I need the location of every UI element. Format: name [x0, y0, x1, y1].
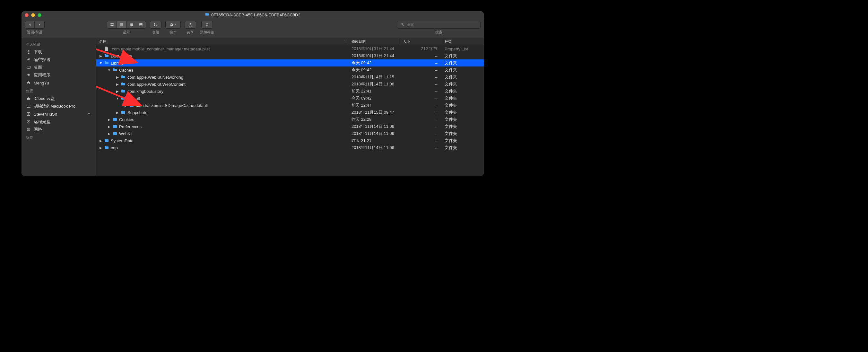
sidebar-item-label: MengYu [34, 81, 49, 85]
disclosure-triangle-icon[interactable]: ▶ [99, 139, 102, 143]
group-button[interactable] [150, 21, 161, 29]
airdrop-icon [26, 58, 31, 62]
content-area: 名称⌃ 修改日期 大小 种类 .com.apple.mobile_contain… [96, 38, 484, 176]
column-size[interactable]: 大小 [400, 38, 442, 45]
sidebar-item[interactable]: 胡锦涛的MacBook Pro [22, 102, 96, 110]
column-kind[interactable]: 种类 [442, 38, 484, 45]
tags-button[interactable] [201, 21, 213, 29]
svg-rect-26 [27, 107, 31, 108]
cell-kind: 文件夹 [442, 131, 484, 137]
cell-name: ▼Library [96, 61, 349, 65]
sidebar-item[interactable]: 隔空投送 [22, 56, 96, 64]
svg-point-19 [401, 23, 403, 25]
share-group: 共享 [185, 21, 196, 35]
tags-label: 添加标签 [200, 30, 214, 35]
disclosure-triangle-icon[interactable]: ▶ [107, 118, 111, 121]
minimize-button[interactable] [31, 13, 35, 17]
svg-rect-10 [139, 23, 142, 25]
disclosure-triangle-icon[interactable]: ▶ [116, 111, 119, 114]
file-row[interactable]: ▶com.apple.WebKit.Networking2018年11月14日 … [96, 74, 484, 81]
svg-rect-5 [120, 24, 123, 25]
search-input[interactable] [406, 23, 478, 27]
file-row[interactable]: ▶tmp2018年11月14日 11:06--文件夹 [96, 144, 484, 151]
tags-group: 添加标签 [200, 21, 214, 35]
forward-button[interactable] [35, 21, 44, 28]
share-label: 共享 [187, 30, 194, 35]
close-button[interactable] [25, 13, 29, 17]
svg-rect-9 [132, 24, 132, 26]
file-row[interactable]: ▶com.hackemist.SDImageCache.default前天 22… [96, 102, 484, 109]
disclosure-triangle-icon[interactable]: ▶ [99, 146, 102, 150]
sidebar-item-label: StevenHuSir [34, 112, 57, 117]
sidebar-item[interactable]: 下载 [22, 48, 96, 56]
sidebar-item[interactable]: 桌面 [22, 64, 96, 71]
cell-kind: 文件夹 [442, 110, 484, 115]
disclosure-triangle-icon[interactable]: ▶ [116, 76, 119, 79]
window-title: 0F765CDA-3CEB-45D1-85C6-EDFB4F6CC8D2 [22, 12, 484, 18]
column-name[interactable]: 名称⌃ [96, 38, 349, 45]
disclosure-triangle-icon[interactable]: ▶ [124, 104, 127, 107]
eject-icon[interactable] [87, 112, 91, 117]
disclosure-triangle-icon[interactable]: ▶ [116, 90, 119, 93]
folder-icon [104, 139, 109, 143]
sidebar-item[interactable]: StevenHuSir [22, 110, 96, 118]
file-row[interactable]: ▼default今天 09:42--文件夹 [96, 95, 484, 102]
file-row[interactable]: ▶com.apple.WebKit.WebContent2018年11月14日 … [96, 81, 484, 88]
file-row[interactable]: ▼Library今天 09:42--文件夹 [96, 59, 484, 66]
disclosure-triangle-icon[interactable]: ▶ [107, 132, 111, 136]
action-group: 操作 [165, 21, 181, 35]
cell-kind: 文件夹 [442, 95, 484, 101]
file-row[interactable]: ▶Cookies昨天 22:28--文件夹 [96, 116, 484, 123]
desktop-icon [26, 65, 31, 70]
disclosure-triangle-icon[interactable]: ▶ [116, 83, 119, 86]
cell-name: ▶Cookies [96, 117, 349, 122]
file-name: WebKit [119, 131, 132, 136]
disclosure-triangle-icon[interactable]: ▼ [116, 97, 119, 100]
file-row[interactable]: ▶Snapshots2018年11月15日 09:47--文件夹 [96, 109, 484, 116]
svg-rect-4 [120, 24, 123, 24]
sidebar-item[interactable]: iCloud 云盘 [22, 95, 96, 102]
disclosure-triangle-icon[interactable]: ▼ [107, 68, 111, 72]
search-field[interactable] [397, 21, 480, 29]
cell-kind: 文件夹 [442, 60, 484, 66]
file-row[interactable]: ▶WebKit2018年11月14日 11:06--文件夹 [96, 130, 484, 137]
disclosure-triangle-icon[interactable]: ▼ [99, 61, 102, 65]
file-row[interactable]: ▶Preferences2018年11月14日 11:06--文件夹 [96, 123, 484, 130]
file-name: SystemData [111, 139, 133, 143]
view-list-button[interactable] [117, 21, 126, 28]
view-columns-button[interactable] [126, 21, 136, 28]
zoom-button[interactable] [37, 13, 41, 17]
cell-name: .com.apple.mobile_container_manager.meta… [96, 47, 349, 51]
sidebar-item[interactable]: MengYu [22, 79, 96, 87]
sidebar-section-title: 个人收藏 [22, 40, 96, 48]
share-button[interactable] [185, 21, 196, 29]
sidebar-item[interactable]: 网络 [22, 125, 96, 133]
file-name: Preferences [119, 124, 142, 129]
svg-rect-0 [111, 23, 112, 24]
file-name: default [127, 96, 140, 101]
sidebar-item[interactable]: 应用程序 [22, 71, 96, 79]
view-label: 显示 [123, 30, 130, 35]
file-name: com.hackemist.SDImageCache.default [136, 103, 208, 108]
cell-name: ▶com.apple.WebKit.WebContent [96, 82, 349, 87]
action-button[interactable] [165, 21, 181, 29]
disclosure-triangle-icon[interactable]: ▶ [107, 125, 111, 128]
cell-size: -- [400, 117, 442, 122]
sidebar-item[interactable]: 远程光盘 [22, 118, 96, 125]
finder-window: 0F765CDA-3CEB-45D1-85C6-EDFB4F6CC8D2 返回/… [22, 11, 484, 176]
back-button[interactable] [25, 21, 35, 28]
file-row[interactable]: ▶SystemData昨天 21:21--文件夹 [96, 137, 484, 144]
sidebar-item-label: 桌面 [34, 64, 42, 70]
file-row[interactable]: ▶Documents2018年10月31日 21:44--文件夹 [96, 52, 484, 59]
file-row[interactable]: ▶com.xingbook.story前天 22:41--文件夹 [96, 88, 484, 95]
folder-icon [205, 12, 209, 18]
cell-date: 2018年10月31日 21:44 [349, 46, 400, 52]
cell-kind: 文件夹 [442, 102, 484, 108]
view-icons-button[interactable] [107, 21, 117, 28]
file-row[interactable]: ▼Caches今天 09:42--文件夹 [96, 66, 484, 74]
file-row[interactable]: .com.apple.mobile_container_manager.meta… [96, 45, 484, 52]
column-date[interactable]: 修改日期 [349, 38, 400, 45]
svg-rect-17 [156, 25, 157, 26]
view-gallery-button[interactable] [136, 21, 146, 28]
disclosure-triangle-icon[interactable]: ▶ [99, 54, 102, 58]
